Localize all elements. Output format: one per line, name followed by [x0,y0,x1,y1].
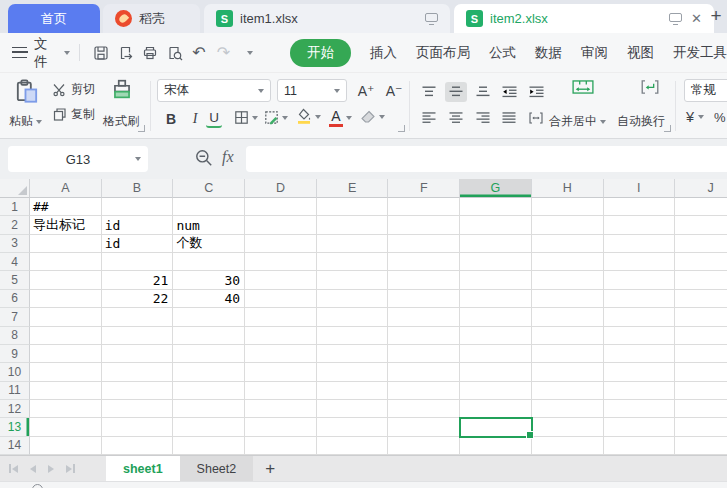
tab-item1[interactable]: S item1.xlsx [204,4,450,33]
column-header-A[interactable]: A [30,179,102,198]
cell-I5[interactable] [604,271,676,289]
column-header-B[interactable]: B [102,179,174,198]
cell-J13[interactable] [675,418,727,436]
cell-E2[interactable] [317,216,389,234]
name-box-dropdown-icon[interactable] [135,157,141,161]
row-header-2[interactable]: 2 [0,216,30,234]
cell-D5[interactable] [245,271,317,289]
cell-F5[interactable] [388,271,460,289]
menu-tab-2[interactable]: 页面布局 [416,44,470,62]
last-sheet-icon[interactable] [66,465,72,473]
cell-G9[interactable] [460,345,532,363]
column-header-J[interactable]: J [675,179,727,198]
justify-button[interactable] [498,108,520,128]
cell-D2[interactable] [245,216,317,234]
cell-E13[interactable] [317,418,389,436]
menu-tab-5[interactable]: 审阅 [581,44,608,62]
cell-F8[interactable] [388,327,460,345]
row-header-11[interactable]: 11 [0,382,30,400]
cell-D3[interactable] [245,235,317,253]
cell-I3[interactable] [604,235,676,253]
tab-docer[interactable]: 稻壳 [103,4,200,33]
cell-D13[interactable] [245,418,317,436]
cell-J10[interactable] [675,363,727,381]
cell-D6[interactable] [245,290,317,308]
fx-insert-function-button[interactable]: fx [222,148,234,166]
cell-E6[interactable] [317,290,389,308]
cell-G8[interactable] [460,327,532,345]
cell-J7[interactable] [675,308,727,326]
cell-G7[interactable] [460,308,532,326]
font-name-combo[interactable]: 宋体 [157,79,271,102]
cell-B12[interactable] [102,400,174,418]
cell-I10[interactable] [604,363,676,381]
menu-tab-6[interactable]: 视图 [627,44,654,62]
align-center-button[interactable] [445,108,467,128]
cell-F11[interactable] [388,382,460,400]
merge-dropdown-icon[interactable] [600,120,606,124]
cell-I14[interactable] [604,437,676,455]
cell-E10[interactable] [317,363,389,381]
prev-sheet-icon[interactable] [30,465,36,473]
cell-F9[interactable] [388,345,460,363]
cell-B2[interactable]: id [102,216,174,234]
menu-tab-4[interactable]: 数据 [535,44,562,62]
column-header-C[interactable]: C [173,179,245,198]
align-middle-button[interactable] [445,82,467,102]
add-sheet-button[interactable]: + [265,456,275,481]
next-sheet-icon[interactable] [48,465,54,473]
cell-A10[interactable] [30,363,102,381]
cell-H13[interactable] [532,418,604,436]
cell-D11[interactable] [245,382,317,400]
cell-B11[interactable] [102,382,174,400]
file-menu-button[interactable]: 文件 [34,35,59,71]
cell-J8[interactable] [675,327,727,345]
cell-H7[interactable] [532,308,604,326]
sheet-tab-Sheet2[interactable]: Sheet2 [180,456,254,481]
cell-H11[interactable] [532,382,604,400]
cell-E9[interactable] [317,345,389,363]
cell-D9[interactable] [245,345,317,363]
cell-F13[interactable] [388,418,460,436]
italic-button[interactable]: I [184,109,206,129]
save-button[interactable] [90,41,112,65]
increase-font-button[interactable]: A⁺ [355,81,377,101]
cell-E8[interactable] [317,327,389,345]
column-header-I[interactable]: I [604,179,676,198]
formula-input[interactable] [246,146,727,172]
cell-C1[interactable] [173,198,245,216]
font-size-combo[interactable]: 11 [277,79,347,102]
cell-E12[interactable] [317,400,389,418]
font-color-button[interactable]: A [329,109,352,127]
cell-A4[interactable] [30,253,102,271]
row-header-10[interactable]: 10 [0,363,30,381]
cell-A9[interactable] [30,345,102,363]
cell-H14[interactable] [532,437,604,455]
cell-D8[interactable] [245,327,317,345]
cell-G11[interactable] [460,382,532,400]
cell-A13[interactable] [30,418,102,436]
cell-B4[interactable] [102,253,174,271]
cell-A1[interactable]: ## [30,198,102,216]
new-tab-button[interactable]: + [705,4,727,28]
cell-D1[interactable] [245,198,317,216]
column-header-G[interactable]: G [460,179,532,198]
cell-C13[interactable] [173,418,245,436]
cell-B3[interactable]: id [102,235,174,253]
cell-J9[interactable] [675,345,727,363]
row-header-6[interactable]: 6 [0,290,30,308]
cell-J12[interactable] [675,400,727,418]
cell-G1[interactable] [460,198,532,216]
menu-tab-1[interactable]: 插入 [370,44,397,62]
cell-G10[interactable] [460,363,532,381]
cell-A8[interactable] [30,327,102,345]
cell-J6[interactable] [675,290,727,308]
cell-G12[interactable] [460,400,532,418]
paste-dropdown-icon[interactable] [36,120,42,124]
name-box[interactable]: G13 [8,146,148,172]
cell-A3[interactable] [30,235,102,253]
cell-D4[interactable] [245,253,317,271]
chevron-down-icon[interactable] [64,51,70,55]
clear-format-button[interactable] [360,110,385,124]
cell-A2[interactable]: 导出标记 [30,216,102,234]
